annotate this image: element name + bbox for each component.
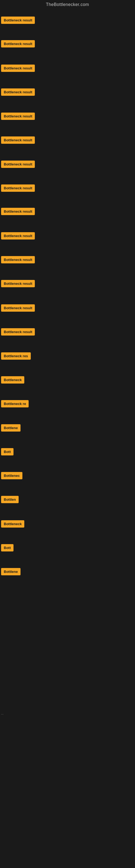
list-item[interactable]: Bottlene xyxy=(1,568,20,577)
bottleneck-badge[interactable]: Bottleneck result xyxy=(1,208,35,215)
list-item[interactable]: Bottleneck result xyxy=(1,113,35,121)
bottleneck-badge[interactable]: Bottleneck result xyxy=(1,136,35,144)
list-item[interactable]: Bott xyxy=(1,448,13,457)
list-item[interactable]: Bottleneck result xyxy=(1,208,35,216)
list-item[interactable]: Bottleneck result xyxy=(1,184,35,193)
bottleneck-list: Bottleneck resultBottleneck resultBottle… xyxy=(0,9,135,606)
list-item[interactable]: Bottleneck res xyxy=(1,352,31,361)
list-item[interactable]: Bottlen xyxy=(1,496,18,504)
bottleneck-badge[interactable]: Bottleneck result xyxy=(1,232,35,240)
list-item[interactable]: Bottleneck result xyxy=(1,256,35,265)
bottleneck-badge[interactable]: Bottlene xyxy=(1,424,20,432)
bottleneck-badge[interactable]: Bottleneck result xyxy=(1,280,35,287)
list-item[interactable]: Bottleneck result xyxy=(1,17,35,25)
list-item[interactable]: Bottleneck result xyxy=(1,88,35,97)
bottleneck-badge[interactable]: Bottleneck result xyxy=(1,304,35,312)
bottleneck-badge[interactable]: Bottleneck res xyxy=(1,352,31,360)
bottleneck-badge[interactable]: Bottleneck xyxy=(1,520,24,528)
list-item[interactable]: Bottleneck result xyxy=(1,232,35,241)
bottleneck-badge[interactable]: Bottleneck result xyxy=(1,88,35,96)
list-item[interactable]: Bottleneck result xyxy=(1,161,35,169)
bottleneck-badge[interactable]: Bottleneck re xyxy=(1,400,29,407)
bottleneck-badge[interactable]: Bottleneck result xyxy=(1,161,35,168)
list-item[interactable]: Bottleneck xyxy=(1,376,24,384)
bottleneck-badge[interactable]: Bottleneck xyxy=(1,376,24,383)
bottleneck-badge[interactable]: Bottleneck result xyxy=(1,17,35,24)
list-item[interactable]: Bottleneck result xyxy=(1,328,35,337)
list-item[interactable]: Bottleneck result xyxy=(1,304,35,313)
site-title-text: TheBottlenecker.com xyxy=(46,2,89,7)
bottleneck-badge[interactable]: Bottlen xyxy=(1,496,18,503)
list-item[interactable]: Bott xyxy=(1,544,13,553)
list-item[interactable]: Bottlenec xyxy=(1,472,22,480)
bottleneck-badge[interactable]: Bott xyxy=(1,448,13,456)
bottleneck-badge[interactable]: Bottleneck result xyxy=(1,328,35,336)
list-item[interactable]: Bottleneck result xyxy=(1,280,35,288)
list-item[interactable]: Bottleneck re xyxy=(1,400,29,408)
list-item[interactable]: Bottlene xyxy=(1,424,20,433)
list-item[interactable]: Bottleneck xyxy=(1,520,24,529)
ellipsis-marker: ... xyxy=(1,711,3,716)
bottleneck-badge[interactable]: Bottleneck result xyxy=(1,40,35,48)
list-item[interactable]: Bottleneck result xyxy=(1,40,35,49)
bottleneck-badge[interactable]: Bottleneck result xyxy=(1,113,35,120)
list-item[interactable]: Bottleneck result xyxy=(1,65,35,73)
site-title: TheBottlenecker.com xyxy=(0,0,135,9)
bottleneck-badge[interactable]: Bottleneck result xyxy=(1,184,35,192)
bottleneck-badge[interactable]: Bottlene xyxy=(1,568,20,575)
bottleneck-badge[interactable]: Bottlenec xyxy=(1,472,22,479)
bottleneck-badge[interactable]: Bottleneck result xyxy=(1,256,35,264)
ellipsis-text: ... xyxy=(1,712,3,715)
bottleneck-badge[interactable]: Bott xyxy=(1,544,13,552)
bottleneck-badge[interactable]: Bottleneck result xyxy=(1,65,35,72)
list-item[interactable]: Bottleneck result xyxy=(1,136,35,145)
